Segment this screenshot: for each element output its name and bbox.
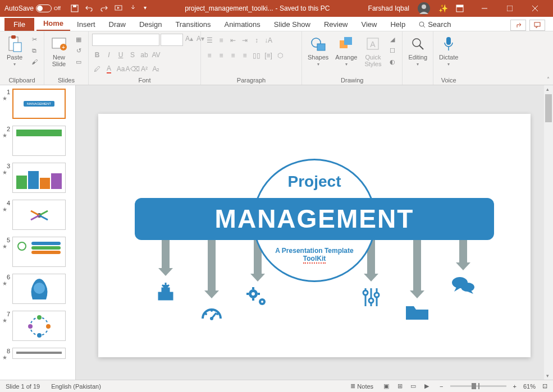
thumbnail-2[interactable]: 2★ (2, 126, 73, 156)
subscript-icon[interactable]: A₂ (151, 64, 161, 74)
copy-icon[interactable]: ⧉ (29, 46, 39, 55)
arrange-button[interactable]: Arrange▾ (333, 34, 359, 68)
language-indicator[interactable]: English (Pakistan) (51, 383, 101, 390)
highlight-icon[interactable]: 🖊 (92, 64, 102, 74)
scroll-thumb[interactable] (545, 94, 552, 122)
align-left-icon[interactable]: ≡ (204, 50, 214, 61)
format-painter-icon[interactable]: 🖌 (29, 57, 39, 66)
tab-animations[interactable]: Animations (218, 18, 267, 31)
superscript-icon[interactable]: A² (139, 64, 149, 74)
zoom-slider[interactable] (450, 385, 506, 387)
italic-icon[interactable]: I (104, 50, 114, 60)
slide-counter[interactable]: Slide 1 of 19 (6, 383, 40, 390)
scroll-down-icon[interactable]: ▾ (546, 373, 549, 379)
smartart-icon[interactable]: ⬡ (275, 50, 285, 61)
redo-icon[interactable] (100, 4, 108, 12)
shapes-button[interactable]: Shapes▾ (305, 34, 331, 68)
justify-icon[interactable]: ≡ (240, 50, 250, 61)
vertical-scrollbar[interactable]: ▴ ▾ (544, 85, 553, 380)
font-color-icon[interactable]: A (104, 64, 114, 74)
tab-file[interactable]: File (4, 18, 34, 31)
section-icon[interactable]: ▭ (74, 57, 84, 66)
new-slide-button[interactable]: + New Slide (48, 34, 70, 68)
tab-view[interactable]: View (355, 18, 384, 31)
slide-canvas[interactable]: Project A Presentation Template ToolKit … (98, 114, 531, 357)
change-case-icon[interactable]: Aa (116, 64, 126, 74)
touch-mode-icon[interactable] (129, 4, 137, 12)
tab-insert[interactable]: Insert (70, 18, 102, 31)
font-family-combo[interactable] (92, 34, 159, 46)
maximize-button[interactable] (497, 0, 522, 17)
zoom-out-button[interactable]: − (440, 383, 443, 390)
slide-thumbnails-panel[interactable]: 1★ MANAGEMENT 2★ 3★ 4★ 5★ 6★ 7★ 8★ (0, 85, 76, 380)
minimize-button[interactable] (472, 0, 497, 17)
bullets-icon[interactable]: ☰ (204, 35, 214, 45)
slide-editor[interactable]: Project A Presentation Template ToolKit … (76, 85, 553, 380)
editing-button[interactable]: Editing▾ (406, 34, 429, 68)
indent-increase-icon[interactable]: ⇥ (240, 35, 250, 45)
avatar[interactable] (417, 2, 431, 15)
reset-icon[interactable]: ↺ (74, 46, 84, 55)
bold-icon[interactable]: B (92, 50, 102, 60)
thumbnail-3[interactable]: 3★ (2, 163, 73, 193)
line-spacing-icon[interactable]: ↕ (252, 35, 262, 45)
align-center-icon[interactable]: ≡ (216, 50, 226, 61)
scroll-up-icon[interactable]: ▴ (546, 86, 549, 92)
align-text-icon[interactable]: [≡] (263, 50, 273, 61)
notes-button[interactable]: ≣ Notes (350, 382, 373, 390)
thumbnail-6[interactable]: 6★ (2, 274, 73, 304)
dictate-button[interactable]: Dictate▾ (437, 34, 460, 68)
thumbnail-7[interactable]: 7★ (2, 311, 73, 341)
close-button[interactable] (522, 0, 547, 17)
thumbnail-8[interactable]: 8★ (2, 348, 73, 361)
autosave-toggle[interactable]: AutoSave Off (0, 4, 65, 12)
tab-design[interactable]: Design (132, 18, 168, 31)
ribbon-display-icon[interactable] (456, 4, 464, 12)
undo-icon[interactable] (85, 4, 93, 12)
shadow-icon[interactable]: ab (139, 50, 149, 60)
layout-icon[interactable]: ▦ (74, 35, 84, 44)
fit-window-icon[interactable]: ⊡ (542, 382, 547, 390)
align-right-icon[interactable]: ≡ (228, 50, 238, 61)
upgrade-icon[interactable]: ✨ (438, 4, 448, 13)
tab-search[interactable]: Search (412, 18, 458, 31)
paste-button[interactable]: Paste ▾ (3, 34, 26, 68)
tab-review[interactable]: Review (317, 18, 355, 31)
shape-effects-icon[interactable]: ◐ (387, 57, 397, 66)
shape-outline-icon[interactable]: ☐ (387, 46, 397, 55)
normal-view-icon[interactable]: ▣ (380, 381, 392, 391)
tab-help[interactable]: Help (383, 18, 412, 31)
comments-button[interactable] (529, 20, 545, 31)
tab-transitions[interactable]: Transitions (168, 18, 217, 31)
slideshow-view-icon[interactable]: ▶ (421, 381, 433, 391)
thumbnail-5[interactable]: 5★ (2, 237, 73, 267)
reading-view-icon[interactable]: ▭ (407, 381, 419, 391)
columns-icon[interactable]: ▯▯ (252, 50, 262, 61)
tab-draw[interactable]: Draw (102, 18, 132, 31)
collapse-ribbon-icon[interactable]: ˄ (547, 76, 550, 82)
zoom-in-button[interactable]: + (513, 383, 517, 390)
zoom-level[interactable]: 61% (523, 383, 536, 390)
text-direction-icon[interactable]: ↓A (263, 35, 273, 45)
increase-font-icon[interactable]: A▴ (184, 34, 194, 44)
clear-format-icon[interactable]: A⌫ (127, 64, 138, 74)
thumbnail-4[interactable]: 4★ (2, 200, 73, 230)
underline-icon[interactable]: U (116, 50, 126, 60)
shape-fill-icon[interactable]: ◢ (387, 35, 397, 44)
save-icon[interactable] (71, 4, 79, 12)
quick-styles-button[interactable]: A Quick Styles (362, 34, 384, 68)
qat-more-icon[interactable]: ▾ (144, 4, 147, 12)
slideshow-start-icon[interactable] (115, 4, 122, 12)
thumbnail-1[interactable]: 1★ MANAGEMENT (2, 89, 73, 119)
sorter-view-icon[interactable]: ⊞ (394, 381, 406, 391)
user-name[interactable]: Farshad Iqbal (368, 4, 409, 12)
numbering-icon[interactable]: ≡ (216, 35, 226, 45)
cut-icon[interactable]: ✂ (29, 35, 39, 44)
font-size-combo[interactable] (161, 34, 183, 46)
strike-icon[interactable]: S (127, 50, 138, 60)
spacing-icon[interactable]: AV (151, 50, 161, 60)
share-button[interactable] (510, 20, 526, 31)
tab-home[interactable]: Home (36, 17, 70, 31)
tab-slideshow[interactable]: Slide Show (267, 18, 317, 31)
indent-decrease-icon[interactable]: ⇤ (228, 35, 238, 45)
